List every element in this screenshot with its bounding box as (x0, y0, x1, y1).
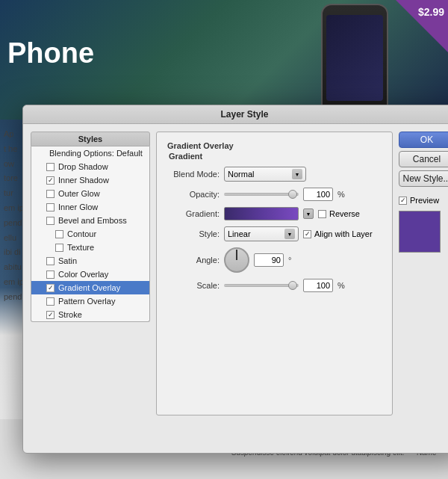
price-badge: $2.99 (418, 6, 444, 18)
blend-mode-label: Blend Mode: (167, 170, 220, 179)
preview-box (399, 211, 441, 253)
sidebar-letter: Ap (4, 127, 24, 142)
checkbox-outer-glow[interactable] (46, 190, 55, 198)
scale-row: Scale: 100 % (167, 279, 382, 292)
style-item-inner-shadow[interactable]: Inner Shadow (31, 173, 149, 187)
style-select[interactable]: Linear ▼ (224, 226, 299, 241)
style-item-pattern-overlay[interactable]: Pattern Overlay (31, 294, 149, 308)
bg-phone-title: Phone (7, 37, 94, 69)
checkbox-satin[interactable] (46, 257, 55, 265)
gradient-preview[interactable] (224, 207, 299, 220)
opacity-input[interactable]: 100 (303, 188, 333, 201)
sidebar-letter: ow (4, 157, 24, 172)
checkbox-gradient-overlay[interactable] (46, 284, 55, 292)
style-label: Style: (167, 229, 220, 238)
checkbox-bevel-emboss[interactable] (46, 217, 55, 225)
reverse-checkbox-container: Reverse (318, 209, 360, 218)
checkbox-inner-shadow[interactable] (46, 176, 55, 185)
new-style-button[interactable]: New Style... (399, 170, 448, 187)
opacity-row: Opacity: 100 % (167, 188, 382, 201)
angle-indicator (236, 250, 237, 260)
blend-mode-select[interactable]: Normal ▼ (224, 167, 306, 182)
scale-slider[interactable] (224, 284, 299, 287)
checkbox-preview[interactable] (399, 197, 407, 205)
ok-button[interactable]: OK (399, 132, 448, 148)
main-panel: Gradient Overlay Gradient Blend Mode: No… (156, 132, 393, 445)
style-value: Linear (228, 229, 251, 238)
checkbox-texture[interactable] (55, 244, 63, 252)
scale-input[interactable]: 100 (303, 279, 333, 292)
align-layer-container: Align with Layer (303, 229, 373, 238)
angle-row: Angle: 90 ° (167, 247, 382, 273)
styles-panel: Styles Blending Options: Default Drop Sh… (31, 132, 150, 445)
gradient-label: Gradient: (167, 209, 220, 218)
section-title-gradient-overlay: Gradient Overlay (167, 141, 382, 150)
scale-label: Scale: (167, 281, 220, 290)
checkbox-pattern-overlay[interactable] (46, 297, 55, 306)
blend-mode-value: Normal (228, 170, 254, 179)
preview-section: Preview (399, 196, 448, 253)
sidebar-letter: pend (4, 216, 24, 231)
style-item-stroke[interactable]: Stroke (31, 308, 149, 321)
sidebar-letter: tore (4, 171, 24, 186)
style-row: Style: Linear ▼ Align with Layer (167, 226, 382, 241)
sidebar-letter: ibi di (4, 245, 24, 260)
sidebar-letter: tur (4, 186, 24, 201)
sidebar-letter: t he (4, 142, 24, 157)
style-arrow: ▼ (284, 229, 295, 239)
checkbox-color-overlay[interactable] (46, 271, 55, 279)
checkbox-stroke[interactable] (46, 311, 55, 319)
subsection-title-gradient: Gradient (167, 152, 382, 161)
angle-input[interactable]: 90 (254, 253, 284, 267)
buttons-panel: OK Cancel New Style... Preview (399, 132, 448, 445)
cancel-button[interactable]: Cancel (399, 151, 448, 167)
opacity-percent: % (337, 190, 345, 199)
sidebar-letter: em ip (4, 275, 24, 290)
scale-slider-thumb[interactable] (288, 281, 297, 290)
checkbox-drop-shadow[interactable] (46, 163, 55, 171)
preview-label: Preview (410, 196, 439, 205)
checkbox-inner-glow[interactable] (46, 203, 55, 211)
angle-dial[interactable] (224, 247, 249, 273)
style-item-gradient-overlay[interactable]: Gradient Overlay (31, 281, 149, 294)
dialog-titlebar: Layer Style (23, 105, 448, 124)
reverse-label: Reverse (329, 209, 360, 218)
style-item-contour[interactable]: Contour (31, 227, 149, 241)
opacity-slider-thumb[interactable] (288, 190, 297, 199)
bg-phone-area: Phone $2.99 (0, 0, 448, 120)
opacity-label: Opacity: (167, 190, 220, 199)
blend-mode-row: Blend Mode: Normal ▼ (167, 167, 382, 182)
sidebar-letter: abitu (4, 260, 24, 275)
angle-degree: ° (288, 256, 291, 265)
layer-style-dialog: Layer Style Styles Blending Options: Def… (22, 105, 448, 454)
gradient-row: Gradient: ▼ Reverse (167, 207, 382, 220)
scale-percent: % (337, 281, 345, 290)
align-layer-label: Align with Layer (314, 229, 373, 238)
angle-label: Angle: (167, 256, 220, 265)
style-item-outer-glow[interactable]: Outer Glow (31, 187, 149, 200)
sidebar-letter: pend (4, 290, 24, 305)
style-item-blending-options[interactable]: Blending Options: Default (31, 146, 149, 160)
style-item-inner-glow[interactable]: Inner Glow (31, 200, 149, 214)
styles-list: Blending Options: Default Drop Shadow In… (31, 146, 150, 322)
style-item-satin[interactable]: Satin (31, 254, 149, 268)
styles-panel-header: Styles (31, 132, 150, 146)
sidebar-letter: ellu (4, 231, 24, 246)
checkbox-reverse[interactable] (318, 210, 326, 218)
gradient-dropdown-arrow[interactable]: ▼ (303, 208, 314, 219)
opacity-slider[interactable] (224, 193, 299, 196)
style-item-bevel-emboss[interactable]: Bevel and Emboss (31, 214, 149, 227)
style-item-color-overlay[interactable]: Color Overlay (31, 268, 149, 281)
blend-mode-arrow: ▼ (292, 169, 302, 179)
checkbox-align-layer[interactable] (303, 230, 311, 238)
checkbox-contour[interactable] (55, 230, 63, 238)
style-item-drop-shadow[interactable]: Drop Shadow (31, 160, 149, 173)
sidebar-letter: em ip (4, 201, 24, 216)
preview-checkbox-row: Preview (399, 196, 439, 205)
style-item-texture[interactable]: Texture (31, 241, 149, 254)
content-area: Gradient Overlay Gradient Blend Mode: No… (156, 132, 393, 415)
